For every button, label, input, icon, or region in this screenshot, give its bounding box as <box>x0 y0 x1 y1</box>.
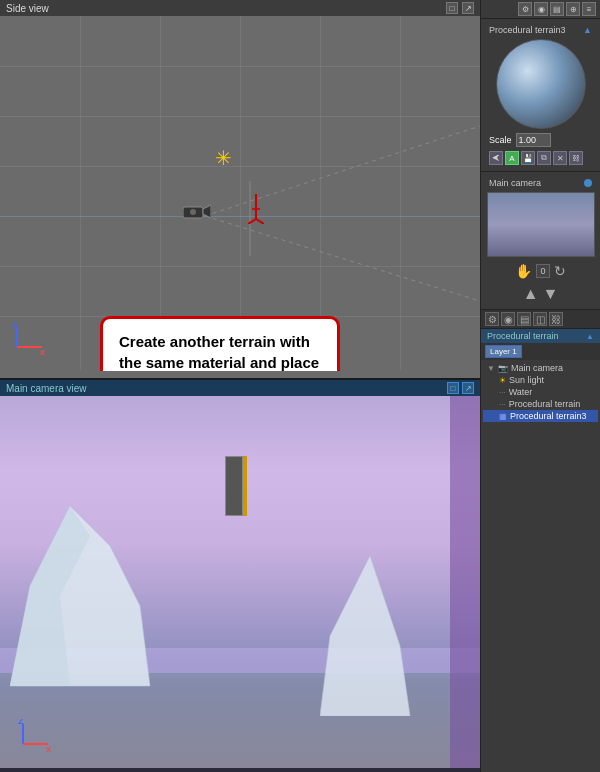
camera-svg <box>183 204 211 220</box>
mat-btn-save[interactable]: 💾 <box>521 151 535 165</box>
sun-obj-icon: ☀ <box>499 376 506 385</box>
dots-icon-water: ··· <box>499 388 506 397</box>
scene-tool-5[interactable]: ⛓ <box>549 312 563 326</box>
scene-tool-3[interactable]: ▤ <box>517 312 531 326</box>
scene-tool-2[interactable]: ◉ <box>501 312 515 326</box>
iceberg-right-svg <box>320 556 420 716</box>
scene-item-main-camera[interactable]: ▼ 📷 Main camera <box>483 362 598 374</box>
scene-item-water[interactable]: ··· Water <box>483 386 598 398</box>
scene-item-label-water: Water <box>509 387 533 397</box>
rtb-icon-3[interactable]: ▤ <box>550 2 564 16</box>
material-title-arrow[interactable]: ▲ <box>583 25 592 35</box>
camera-obj-icon: 📷 <box>498 364 508 373</box>
rtb-icon-4[interactable]: ⊕ <box>566 2 580 16</box>
bottom-axis-svg: Z x <box>18 719 53 754</box>
svg-point-5 <box>190 209 196 215</box>
tooltip-text: Create another terrain with the same mat… <box>119 333 319 371</box>
cam-ctrl-rotate[interactable]: ↻ <box>554 263 566 279</box>
tooltip-bubble: Create another terrain with the same mat… <box>100 316 340 371</box>
svg-line-0 <box>205 126 480 216</box>
mat-btn-del[interactable]: ✕ <box>553 151 567 165</box>
rtb-icon-5[interactable]: ≡ <box>582 2 596 16</box>
camera-title-row: Main camera <box>485 176 596 190</box>
camera-view-title: Main camera view <box>6 383 87 394</box>
camera-section: Main camera ✋ 0 ↻ ▲ ▼ <box>481 172 600 310</box>
side-view-axis: Z x <box>12 322 47 359</box>
svg-line-8 <box>256 219 264 224</box>
camera-icon <box>183 204 211 224</box>
camera-title-text: Main camera <box>489 178 541 188</box>
scene-tool-4[interactable]: ◫ <box>533 312 547 326</box>
iceberg-left <box>10 506 170 708</box>
scene-item-sun[interactable]: ☀ Sun light <box>483 374 598 386</box>
scene-item-terrain3[interactable]: ▦ Procedural terrain3 <box>483 410 598 422</box>
scale-input[interactable] <box>516 133 551 147</box>
camera-view-axis: Z x <box>18 719 53 756</box>
left-panel: Side view □ ↗ <box>0 0 480 772</box>
svg-text:x: x <box>40 347 45 357</box>
camera-preview <box>487 192 595 257</box>
camera-view-icon-1[interactable]: □ <box>447 382 459 394</box>
side-view-icon-2[interactable]: ↗ <box>462 2 474 14</box>
purple-side-panel <box>450 396 480 768</box>
iceberg-left-svg <box>10 506 170 706</box>
scene-title-arrow[interactable]: ▲ <box>586 332 594 341</box>
main-container: Side view □ ↗ <box>0 0 600 772</box>
svg-marker-16 <box>320 556 410 716</box>
scene-item-label-terrain: Procedural terrain <box>509 399 581 409</box>
scene-panel: ⚙ ◉ ▤ ◫ ⛓ Procedural terrain ▲ Layer 1 ▼… <box>481 310 600 772</box>
side-view-header-icons: □ ↗ <box>446 2 474 14</box>
mat-btn-arrow[interactable]: ⮜ <box>489 151 503 165</box>
cam-ctrl-hand[interactable]: ✋ <box>515 263 532 279</box>
rtb-icon-1[interactable]: ⚙ <box>518 2 532 16</box>
sun-icon: ✳ <box>215 146 232 170</box>
red-tower <box>248 194 264 229</box>
cam-nav-up[interactable]: ▲ <box>523 285 539 303</box>
camera-dot <box>584 179 592 187</box>
scene-list: ▼ 📷 Main camera ☀ Sun light ··· Water ··… <box>481 360 600 424</box>
scene-tab-layer1[interactable]: Layer 1 <box>485 345 522 358</box>
material-title-text: Procedural terrain3 <box>489 25 566 35</box>
floating-object <box>225 456 243 516</box>
scale-row: Scale <box>485 131 596 149</box>
svg-line-1 <box>205 216 480 301</box>
iceberg-right <box>320 556 420 718</box>
camera-view-header: Main camera view □ ↗ <box>0 380 480 396</box>
camera-controls: ✋ 0 ↻ <box>485 259 596 283</box>
cam-nav-down[interactable]: ▼ <box>543 285 559 303</box>
floating-object-highlight <box>243 456 247 516</box>
rtb-icon-2[interactable]: ◉ <box>534 2 548 16</box>
scene-item-label-sun: Sun light <box>509 375 544 385</box>
horizon-line <box>0 216 480 217</box>
side-view: Side view □ ↗ <box>0 0 480 380</box>
scene-tool-1[interactable]: ⚙ <box>485 312 499 326</box>
camera-view-icon-2[interactable]: ↗ <box>462 382 474 394</box>
svg-text:Z: Z <box>18 719 24 726</box>
mat-btn-chain[interactable]: ⛓ <box>569 151 583 165</box>
mat-btn-copy[interactable]: ⧉ <box>537 151 551 165</box>
scene-item-terrain[interactable]: ··· Procedural terrain <box>483 398 598 410</box>
svg-marker-4 <box>203 205 211 218</box>
terrain3-obj-icon: ▦ <box>499 412 507 421</box>
dots-icon-terrain: ··· <box>499 400 506 409</box>
side-view-icon-1[interactable]: □ <box>446 2 458 14</box>
scene-tabs: Layer 1 <box>481 343 600 360</box>
right-panel: ⚙ ◉ ▤ ⊕ ≡ Procedural terrain3 ▲ Scale ⮜ … <box>480 0 600 772</box>
side-view-title: Side view <box>6 3 49 14</box>
material-icons-row: ⮜ A 💾 ⧉ ✕ ⛓ <box>485 149 596 167</box>
side-view-header: Side view □ ↗ <box>0 0 480 16</box>
scene-toolbar: ⚙ ◉ ▤ ◫ ⛓ <box>481 310 600 329</box>
svg-text:x: x <box>46 744 51 754</box>
scale-label: Scale <box>489 135 512 145</box>
tower-svg <box>248 194 264 224</box>
material-section: Procedural terrain3 ▲ Scale ⮜ A 💾 ⧉ ✕ ⛓ <box>481 19 600 172</box>
svg-text:Z: Z <box>12 322 18 329</box>
material-title-row: Procedural terrain3 ▲ <box>485 23 596 37</box>
scene-item-label-camera: Main camera <box>511 363 563 373</box>
camera-canvas: Z x <box>0 396 480 768</box>
mat-btn-a[interactable]: A <box>505 151 519 165</box>
material-preview-sphere <box>496 39 586 129</box>
cam-nav-row: ▲ ▼ <box>485 283 596 305</box>
item-expand-1: ▼ <box>487 364 495 373</box>
svg-line-7 <box>248 219 256 224</box>
